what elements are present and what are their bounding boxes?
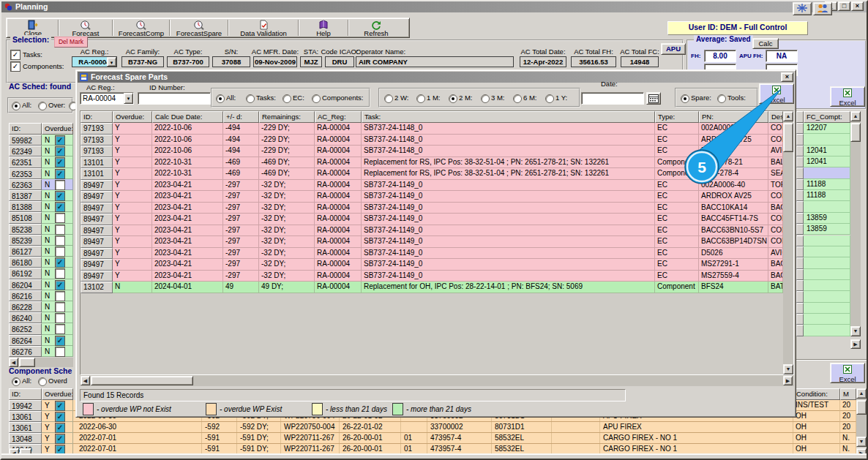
comp-row-id[interactable]: 13061 [9, 411, 42, 422]
period-radio-2-w-[interactable] [384, 94, 393, 103]
forecast-table-row[interactable]: 89497Y2023-04-21-297-32 DY;RA-00004SB737… [81, 248, 783, 260]
forecast-vscrollbar[interactable]: ▲▼ [783, 111, 793, 374]
scroll-down-icon[interactable]: ▼ [783, 364, 793, 374]
ac-row-id[interactable]: 62363 [9, 179, 42, 190]
close-window-button[interactable]: × [851, 1, 864, 11]
ac-row-checkbox[interactable]: ✓ [55, 135, 65, 146]
toolbar-button-forecast[interactable]: Forecast [61, 20, 111, 36]
ac-row-id[interactable]: 85239 [9, 235, 42, 246]
period-radio-6-m-[interactable] [513, 94, 522, 103]
fc-row-selector[interactable] [796, 269, 804, 280]
component-table-row[interactable]: 2022-07-01-591-591 DY;WP220711-26726-20-… [73, 433, 793, 444]
apu-fh-field[interactable]: NA [766, 50, 798, 62]
comp-filter-overdue[interactable] [38, 377, 47, 386]
fc-row-selector[interactable] [796, 179, 804, 190]
ac-row-checkbox[interactable]: ✓ [55, 169, 65, 179]
fc-vscroll-track[interactable] [850, 121, 861, 326]
forecast-table-row[interactable]: 89497Y2023-04-21-297-32 DY;RA-00004SB737… [81, 203, 783, 214]
ac-row-id[interactable]: 62351 [9, 157, 42, 167]
ac-row-checkbox[interactable]: ✓ [55, 336, 65, 346]
calendar-button[interactable] [646, 92, 661, 105]
scope-radio-ec-[interactable] [283, 94, 291, 103]
fc-row-selector[interactable] [796, 303, 804, 314]
fc-row-selector[interactable] [796, 314, 804, 325]
ac-row-id[interactable]: 62349 [9, 146, 42, 157]
fc-row-selector[interactable] [796, 123, 804, 134]
ac-row-id[interactable]: 86127 [9, 246, 42, 257]
fc-scroll-up-icon[interactable]: ▲ [850, 111, 861, 121]
type-radio-tools-[interactable] [717, 94, 726, 103]
forecast-table-row[interactable]: 89497Y2023-04-21-297-32 DY;RA-00004SB737… [81, 225, 783, 237]
fc-row-selector[interactable] [796, 235, 804, 246]
ac-row-id[interactable]: 85108 [9, 212, 42, 223]
fc-row-selector[interactable] [796, 224, 804, 235]
ac-row-id[interactable]: 86240 [9, 312, 42, 323]
ac-row-checkbox[interactable]: ✓ [55, 191, 65, 201]
condition-vscroll-thumb[interactable] [856, 400, 867, 415]
forecast-table-row[interactable]: 89497Y2023-04-21-297-32 DY;RA-00004SB737… [81, 236, 783, 248]
component-table-row[interactable]: 2022-06-30-592-592 DY;WP220750-00426-22-… [73, 422, 793, 433]
type-radio-spare-[interactable] [681, 94, 689, 103]
ac-row-checkbox[interactable]: ✓ [55, 146, 65, 157]
ac-row-id[interactable]: 86228 [9, 301, 42, 312]
apu-button[interactable]: APU [661, 43, 686, 55]
comp-row-checkbox[interactable]: ✓ [55, 434, 65, 444]
ac-row-checkbox[interactable] [55, 302, 65, 312]
forecast-table-row[interactable]: 97193Y2022-10-06-494-229 DY;RA-00004SB73… [81, 146, 783, 157]
ac-row-id[interactable]: 85238 [9, 224, 42, 235]
dialog-excel-button[interactable]: Excel [759, 83, 794, 104]
ac-row-checkbox[interactable] [55, 268, 65, 279]
forecast-table-row[interactable]: 89497Y2023-04-21-297-32 DY;RA-00004SB737… [81, 191, 783, 203]
ac-row-id[interactable]: 81387 [9, 190, 42, 201]
forecast-table-row[interactable]: 89497Y2023-04-21-297-32 DY;RA-00004SB737… [81, 259, 783, 271]
fc-row-selector[interactable] [796, 325, 804, 336]
users-tool-button[interactable] [813, 2, 832, 15]
ac-row-id[interactable]: 86216 [9, 290, 42, 301]
dialog-ac-reg-combo[interactable]: RA-00004 ▼ [80, 92, 134, 105]
forecast-table-row[interactable]: 97193Y2022-10-06-494-229 DY;RA-00004SB73… [81, 123, 783, 135]
fc-row-selector[interactable] [796, 201, 804, 212]
fc-vscroll-thumb[interactable] [850, 123, 861, 142]
scroll-up-icon[interactable]: ▲ [783, 111, 793, 121]
checkbox-components-[interactable]: ✓ [10, 61, 20, 72]
forecast-table-row[interactable]: 97193Y2022-10-06-494-229 DY;RA-00004SB73… [81, 135, 783, 146]
ac-row-checkbox[interactable]: ✓ [55, 280, 65, 290]
ac-row-checkbox[interactable] [55, 324, 65, 334]
ac-row-id[interactable]: 86204 [9, 279, 42, 290]
dialog-id-number-input[interactable] [138, 92, 211, 105]
chevron-down-icon[interactable]: ▼ [107, 57, 116, 67]
dialog-close-button[interactable]: × [781, 72, 793, 82]
checkbox-tasks-[interactable]: ✓ [10, 50, 20, 60]
fc-row-selector[interactable] [796, 257, 804, 268]
ac-row-id[interactable]: 81388 [9, 201, 42, 212]
scope-radio-all-[interactable] [216, 94, 225, 103]
fc-excel-button[interactable]: Excel [830, 86, 865, 107]
scroll-left-icon[interactable]: ◀ [9, 358, 18, 367]
period-radio-1-y-[interactable] [545, 94, 554, 103]
restore-button[interactable]: □ [838, 1, 850, 11]
scroll-up-icon[interactable]: ▲ [856, 388, 867, 399]
fc-row-selector[interactable] [796, 146, 804, 157]
plane-tool-button[interactable] [793, 2, 812, 15]
fc-row-selector[interactable] [796, 157, 804, 167]
comp-row-checkbox[interactable]: ✓ [55, 412, 65, 422]
toolbar-button-refresh[interactable]: Refresh [351, 20, 402, 36]
forecast-table-row[interactable]: 89497Y2023-04-21-297-32 DY;RA-00004SB737… [81, 271, 783, 282]
scroll-thumb[interactable] [91, 376, 193, 385]
toolbar-button-help[interactable]: Help [301, 20, 346, 36]
calc-button[interactable]: Calc [752, 38, 779, 49]
scope-radio-components-[interactable] [312, 94, 321, 103]
component-excel-button[interactable]: Excel [830, 363, 865, 383]
ac-row-checkbox[interactable] [55, 213, 65, 223]
ac-row-checkbox[interactable]: ✓ [55, 157, 65, 167]
fc-row-selector[interactable] [796, 291, 804, 302]
comp-row-id[interactable]: 13061 [9, 422, 42, 433]
fc-scroll-right-icon[interactable]: ▶ [850, 339, 861, 349]
comp-row-checkbox[interactable]: ✓ [55, 423, 65, 433]
comp-row-checkbox[interactable]: ✓ [55, 401, 65, 411]
ac-row-checkbox[interactable] [55, 246, 65, 257]
fc-row-selector[interactable] [796, 167, 804, 178]
ac-row-checkbox[interactable]: ✓ [55, 202, 65, 212]
fc-row-selector[interactable] [796, 134, 804, 145]
fc-row-selector[interactable] [796, 213, 804, 224]
